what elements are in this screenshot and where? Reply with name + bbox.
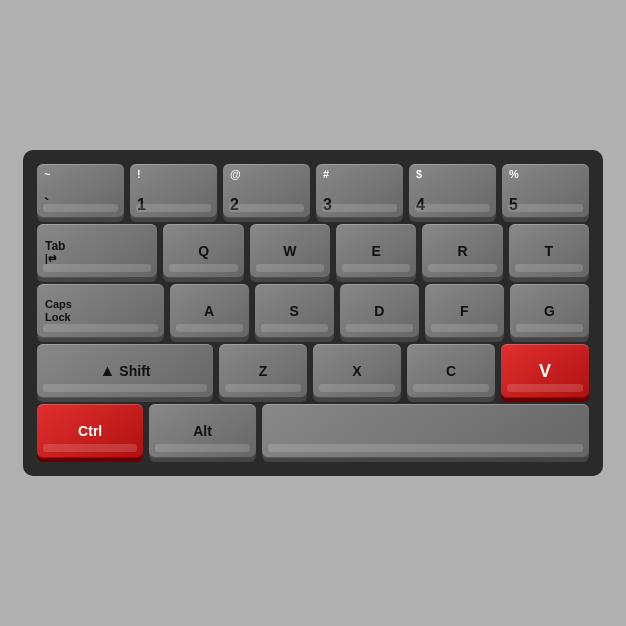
key-ctrl[interactable]: Ctrl [37, 404, 143, 458]
key-5[interactable]: % 5 [502, 164, 589, 218]
key-shift[interactable]: ▲ Shift [37, 344, 213, 398]
key-f[interactable]: F [425, 284, 504, 338]
key-a[interactable]: A [170, 284, 249, 338]
key-r[interactable]: R [422, 224, 502, 278]
key-alt[interactable]: Alt [149, 404, 255, 458]
key-w[interactable]: W [250, 224, 330, 278]
key-v[interactable]: V [501, 344, 589, 398]
key-tilde[interactable]: ~ ` [37, 164, 124, 218]
key-s[interactable]: S [255, 284, 334, 338]
row-zxcv: ▲ Shift Z X C V [37, 344, 589, 398]
key-z[interactable]: Z [219, 344, 307, 398]
keyboard: ~ ` ! 1 @ 2 # 3 $ 4 [23, 150, 603, 476]
row-qwert: Tab |⇄ Q W E R T [37, 224, 589, 278]
key-capslock[interactable]: Caps Lock [37, 284, 164, 338]
row-bottom: Ctrl Alt [37, 404, 589, 458]
key-1[interactable]: ! 1 [130, 164, 217, 218]
key-e[interactable]: E [336, 224, 416, 278]
row-asdfg: Caps Lock A S D F G [37, 284, 589, 338]
key-3[interactable]: # 3 [316, 164, 403, 218]
key-d[interactable]: D [340, 284, 419, 338]
key-space[interactable] [262, 404, 589, 458]
key-tab[interactable]: Tab |⇄ [37, 224, 157, 278]
key-4[interactable]: $ 4 [409, 164, 496, 218]
key-x[interactable]: X [313, 344, 401, 398]
key-t[interactable]: T [509, 224, 589, 278]
key-c[interactable]: C [407, 344, 495, 398]
key-2[interactable]: @ 2 [223, 164, 310, 218]
row-numbers: ~ ` ! 1 @ 2 # 3 $ 4 [37, 164, 589, 218]
key-q[interactable]: Q [163, 224, 243, 278]
key-g[interactable]: G [510, 284, 589, 338]
